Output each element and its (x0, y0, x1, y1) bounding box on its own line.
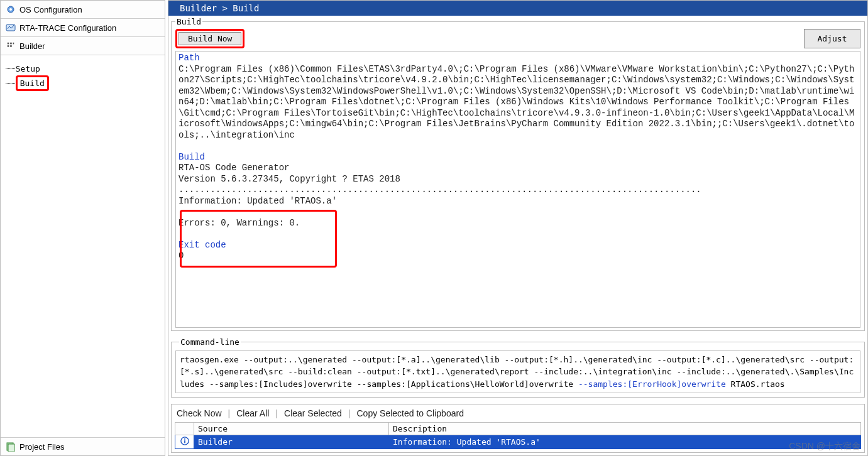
cell-description: Information: Updated 'RTAOS.a' (389, 435, 861, 449)
messages-table: Source Description Builder Information: … (175, 422, 861, 449)
build-toolbar: Build Now Adjust (172, 26, 864, 51)
svg-rect-3 (8, 43, 9, 45)
svg-rect-7 (10, 45, 12, 47)
sidebar-item-label: Project Files (19, 442, 65, 452)
sidebar-item-label: RTA-TRACE Configuration (19, 23, 116, 33)
svg-rect-11 (184, 440, 185, 443)
build-legend: Build (175, 17, 202, 26)
svg-rect-6 (8, 45, 9, 47)
messages-panel: Check Now | Clear All | Clear Selected |… (171, 404, 865, 453)
command-line-legend: Command-line (179, 337, 241, 347)
svg-rect-5 (13, 43, 14, 45)
build-now-button[interactable]: Build Now (179, 32, 241, 45)
svg-point-1 (9, 8, 12, 11)
sidebar-item-os-config[interactable]: OS Configuration (1, 1, 165, 19)
trace-icon (6, 23, 16, 33)
table-header-row: Source Description (175, 423, 861, 435)
adjust-button[interactable]: Adjust (804, 29, 860, 48)
builder-tree: ┈┈Setup ┈┈Build (1, 55, 165, 96)
gear-icon (6, 4, 16, 14)
svg-rect-9 (8, 444, 14, 452)
sidebar-item-label: Builder (19, 41, 45, 51)
info-icon (175, 435, 194, 449)
files-icon (6, 442, 16, 452)
command-line-text[interactable]: rtaosgen.exe --output:..\generated --out… (175, 350, 860, 394)
main-panel: Builder > Build Build Build Now Adjust P… (168, 0, 868, 456)
table-row[interactable]: Builder Information: Updated 'RTAOS.a' (175, 435, 861, 449)
col-icon[interactable] (175, 423, 194, 435)
messages-actions: Check Now | Clear All | Clear Selected |… (172, 404, 864, 422)
svg-rect-12 (184, 438, 185, 440)
check-now-button[interactable]: Check Now (177, 408, 222, 418)
breadcrumb: Builder > Build (168, 1, 867, 16)
clear-selected-button[interactable]: Clear Selected (284, 408, 342, 418)
command-line-group: Command-line rtaosgen.exe --output:..\ge… (171, 337, 865, 398)
sidebar: OS Configuration RTA-TRACE Configuration… (0, 0, 165, 456)
build-log-wrap: Path C:\Program Files (x86)\Common Files… (175, 51, 860, 328)
builder-icon (6, 41, 16, 51)
cell-source: Builder (194, 435, 389, 449)
col-source[interactable]: Source (194, 423, 389, 435)
sidebar-item-builder[interactable]: Builder (1, 37, 165, 55)
clear-all-button[interactable]: Clear All (236, 408, 269, 418)
build-group: Build Build Now Adjust Path C:\Program F… (171, 17, 865, 331)
sidebar-item-label: OS Configuration (19, 5, 82, 14)
sidebar-item-rta-trace[interactable]: RTA-TRACE Configuration (1, 19, 165, 37)
svg-rect-4 (10, 43, 12, 45)
sidebar-item-project-files[interactable]: Project Files (1, 437, 165, 455)
tree-item-setup[interactable]: ┈┈Setup (6, 63, 160, 75)
col-description[interactable]: Description (389, 423, 861, 435)
copy-selected-button[interactable]: Copy Selected to Clipboard (356, 408, 463, 418)
build-log[interactable]: Path C:\Program Files (x86)\Common Files… (176, 52, 860, 327)
tree-item-build[interactable]: ┈┈Build (6, 75, 160, 92)
